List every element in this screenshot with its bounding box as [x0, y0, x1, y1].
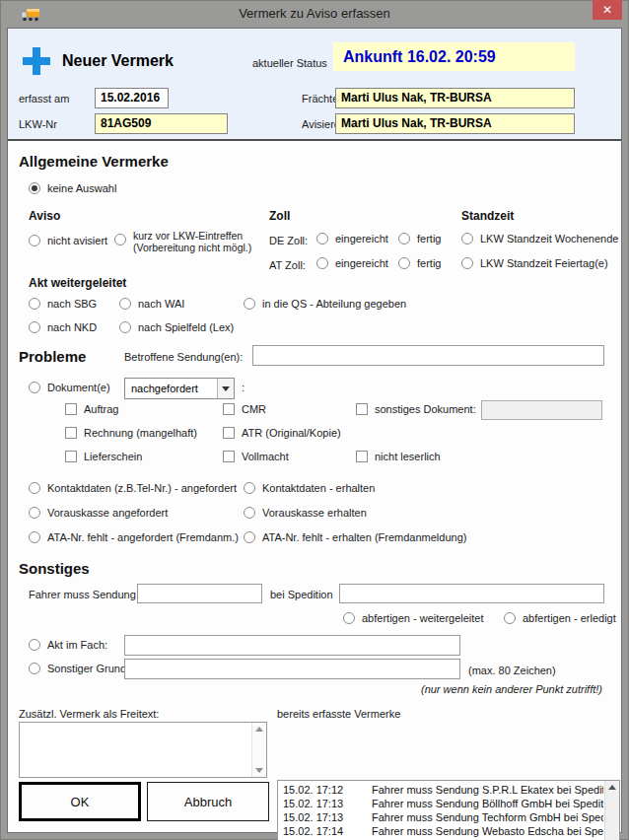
checkbox-cmr[interactable]: CMR — [223, 403, 266, 415]
radio-label: LKW Standzeit Wochenende — [480, 233, 618, 245]
checkbox-icon — [356, 451, 368, 462]
list-item[interactable]: 15.02. 17:12 Fahrer muss Sendung S.P.R.L… — [278, 783, 603, 797]
checkbox-label: nicht leserlich — [375, 451, 441, 462]
radio-label: Dokument(e) — [47, 382, 110, 393]
akt-im-fach-input[interactable] — [124, 635, 460, 656]
avisierer-field[interactable]: Marti Ulus Nak, TR-BURSA — [335, 113, 575, 134]
spedition-label: bei Spedition — [270, 589, 333, 600]
radio-kontaktdaten-erhalten[interactable]: Kontaktdaten - erhalten — [244, 482, 375, 494]
list-item[interactable]: 15.02. 17:14 Fahrer muss Sendung Webasto… — [278, 824, 603, 838]
radio-ata-angefordert[interactable]: ATA-Nr. fehlt - angefordert (Fremdanm.) — [29, 531, 239, 543]
radio-nach-nkd[interactable]: nach NKD — [29, 321, 97, 333]
radio-label: Vorauskasse angefordert — [47, 507, 168, 519]
radio-label: Akt im Fach: — [47, 639, 107, 651]
radio-icon — [316, 257, 328, 269]
radio-vorauskasse-erhalten[interactable]: Vorauskasse erhalten — [244, 507, 367, 519]
textarea-scrollbar[interactable] — [251, 723, 266, 777]
checkbox-sonstiges-dokument[interactable]: sonstiges Dokument: — [356, 403, 476, 415]
radio-standzeit-feiertag[interactable]: LKW Standzeit Feiertag(e) — [461, 257, 608, 269]
radio-dokumente[interactable]: Dokument(e) — [29, 382, 110, 393]
radio-nach-sbg[interactable]: nach SBG — [29, 298, 97, 310]
freitext-textarea[interactable] — [19, 722, 267, 778]
radio-label: nach WAI — [138, 298, 184, 310]
radio-icon — [29, 321, 40, 333]
checkbox-rechnung[interactable]: Rechnung (mangelhaft) — [65, 427, 197, 439]
sendungen-label: Betroffene Sendung(en): — [124, 351, 243, 363]
radio-de-zoll-fertig[interactable]: fertig — [398, 233, 441, 245]
sendungen-input[interactable] — [252, 345, 604, 366]
radio-akt-im-fach[interactable]: Akt im Fach: — [29, 639, 107, 651]
close-button[interactable]: ✕ — [593, 0, 622, 20]
radio-ata-erhalten[interactable]: ATA-Nr. fehlt - erhalten (Fremdanmeldung… — [244, 531, 466, 543]
radio-label: ATA-Nr. fehlt - angefordert (Fremdanm.) — [47, 531, 239, 543]
dropdown-value: nachgefordert — [125, 383, 217, 394]
radio-label: nach SBG — [47, 298, 97, 310]
radio-label: fertig — [417, 233, 441, 245]
checkbox-label: Vollmacht — [242, 451, 289, 462]
radio-nach-wai[interactable]: nach WAI — [119, 298, 184, 310]
sonstiges-dokument-input[interactable] — [481, 400, 602, 420]
radio-abfertigen-erledigt[interactable]: abfertigen - erledigt — [504, 612, 616, 624]
fahrer-sendung-input[interactable] — [137, 584, 262, 603]
titlebar[interactable]: Vermerk zu Aviso erfassen ✕ — [0, 0, 629, 28]
radio-abfertigen-weitergeleitet[interactable]: abfertigen - weitergeleitet — [343, 612, 484, 624]
dokumente-dropdown[interactable]: nachgefordert — [124, 378, 235, 399]
list-item[interactable]: 15.02. 17:13 Fahrer muss Sendung Techfor… — [278, 810, 603, 824]
radio-label: keine Auswahl — [47, 182, 116, 194]
entry-text: Fahrer muss Sendung Webasto Edscha bei S… — [372, 824, 603, 838]
radio-label-line1: kurz vor LKW-Eintreffen — [133, 230, 251, 242]
radio-label: fertig — [417, 257, 441, 269]
entry-text: Fahrer muss Sendung S.P.R.L Ekatex bei S… — [372, 783, 603, 797]
aviso-heading: Aviso — [29, 209, 60, 223]
radio-icon — [461, 233, 473, 245]
listbox-scrollbar[interactable] — [604, 781, 619, 840]
radio-standzeit-wochenende[interactable]: LKW Standzeit Wochenende — [461, 233, 618, 245]
header-panel: Neuer Vermerk aktueller Status Ankunft 1… — [8, 29, 621, 141]
sonstiger-grund-input[interactable] — [124, 659, 460, 679]
checkbox-nicht-leserlich[interactable]: nicht leserlich — [356, 451, 441, 462]
radio-label: nach Spielfeld (Lex) — [138, 321, 234, 333]
radio-icon — [244, 531, 255, 543]
scroll-up-icon[interactable] — [255, 727, 263, 732]
radio-icon — [29, 182, 40, 194]
fraechter-field[interactable]: Marti Ulus Nak, TR-BURSA — [335, 88, 575, 108]
radio-kontaktdaten-angefordert[interactable]: Kontaktdaten (z.B.Tel-Nr.) - angefordert — [29, 482, 237, 494]
list-item[interactable]: 15.02. 17:13 Fahrer muss Sendung Böllhof… — [278, 797, 603, 810]
lkw-nr-field[interactable]: 81AG509 — [95, 113, 228, 134]
cancel-button[interactable]: Abbruch — [147, 782, 269, 821]
checkbox-atr[interactable]: ATR (Original/Kopie) — [223, 427, 341, 439]
chevron-down-icon[interactable] — [217, 379, 234, 398]
ok-button[interactable]: OK — [19, 782, 141, 821]
radio-label: LKW Standzeit Feiertag(e) — [480, 257, 608, 269]
radio-nicht-avisiert[interactable]: nicht avisiert — [29, 235, 107, 246]
erfasst-am-field[interactable]: 15.02.2016 — [95, 88, 169, 108]
checkbox-icon — [223, 427, 235, 439]
entry-time: 15.02. 17:12 — [278, 783, 372, 797]
vermerke-listbox[interactable]: 15.02. 17:12 Fahrer muss Sendung S.P.R.L… — [277, 780, 620, 840]
radio-keine-auswahl[interactable]: keine Auswahl — [29, 182, 116, 194]
scroll-down-icon[interactable] — [255, 768, 263, 773]
checkbox-auftrag[interactable]: Auftrag — [65, 403, 118, 415]
entry-time: 15.02. 17:14 — [278, 824, 372, 838]
radio-de-zoll-eingereicht[interactable]: eingereicht — [316, 233, 388, 245]
radio-at-zoll-eingereicht[interactable]: eingereicht — [316, 257, 388, 269]
akt-heading: Akt weitergeleitet — [29, 276, 126, 290]
radio-label: Kontaktdaten (z.B.Tel-Nr.) - angefordert — [47, 482, 237, 494]
entry-time: 15.02. 17:13 — [278, 797, 372, 810]
radio-kurz-vor-eintreffen[interactable]: kurz vor LKW-Eintreffen (Vorbereitung ni… — [114, 230, 251, 253]
checkbox-vollmacht[interactable]: Vollmacht — [223, 451, 289, 462]
radio-at-zoll-fertig[interactable]: fertig — [398, 257, 441, 269]
erfasst-am-label: erfasst am — [19, 93, 69, 105]
entry-text: Fahrer muss Sendung Techform GmbH bei Sp… — [372, 810, 603, 824]
radio-icon — [29, 482, 40, 494]
radio-vorauskasse-angefordert[interactable]: Vorauskasse angefordert — [29, 507, 168, 519]
scroll-up-icon[interactable] — [608, 785, 616, 790]
radio-label: kurz vor LKW-Eintreffen (Vorbereitung ni… — [133, 230, 251, 253]
radio-qs-abteilung[interactable]: in die QS - Abteilung gegeben — [244, 298, 406, 310]
radio-sonstiger-grund[interactable]: Sonstiger Grund: — [29, 663, 129, 674]
radio-icon — [398, 257, 410, 269]
checkbox-icon — [65, 403, 77, 415]
checkbox-lieferschein[interactable]: Lieferschein — [65, 451, 142, 462]
radio-nach-spielfeld[interactable]: nach Spielfeld (Lex) — [119, 321, 234, 333]
spedition-input[interactable] — [339, 584, 604, 603]
